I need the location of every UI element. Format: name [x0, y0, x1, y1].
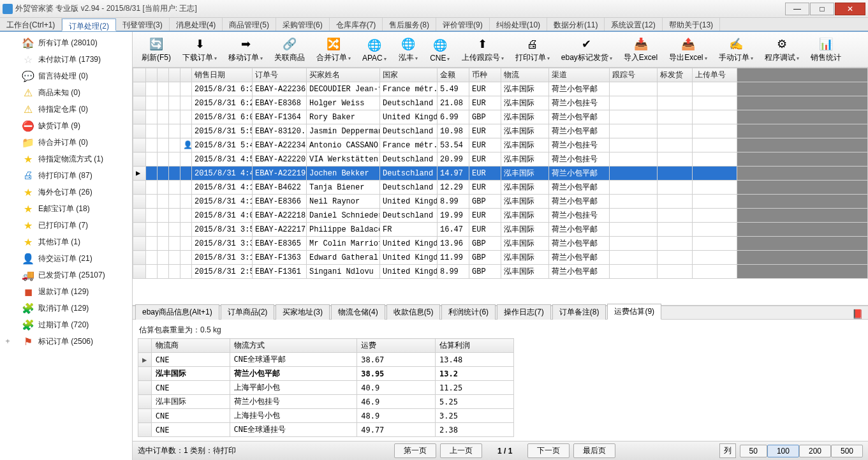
order-row[interactable]: 2015/8/31 3:18EBAY-F1363Edward GatheralU…	[133, 251, 868, 265]
order-row[interactable]: 2015/8/31 4:00EBAY-A22218Daniel Schniede…	[133, 209, 868, 223]
detail-tab[interactable]: 收款信息(5)	[386, 304, 441, 320]
status-col-header[interactable]	[146, 68, 158, 82]
shipping-option-row[interactable]: ▶CNECNE全球通平邮38.6713.48	[138, 353, 514, 367]
sidebar-item[interactable]: 🧩取消订单 (129)	[0, 300, 132, 316]
detail-tab[interactable]: 运费估算(9)	[607, 304, 661, 320]
toolbar-button[interactable]: ✔ebay标记发货▾	[556, 34, 617, 64]
status-col-header[interactable]	[169, 68, 180, 82]
detail-column-header[interactable]: 物流商	[151, 339, 230, 353]
order-row[interactable]: 2015/8/31 5:59EBAY-83120..Jasmin Depperm…	[133, 124, 868, 138]
toolbar-button[interactable]: 🔀合并订单▾	[311, 34, 356, 64]
help-icon[interactable]: 📕	[852, 309, 863, 319]
sidebar-item[interactable]: ⚠商品未知 (0)	[0, 84, 132, 101]
detail-tab[interactable]: 订单备注(8)	[552, 304, 607, 320]
main-tab[interactable]: 采购管理(6)	[276, 18, 330, 31]
shipping-option-row[interactable]: 泓丰国际荷兰小包挂号46.95.25	[138, 395, 514, 409]
shipping-option-row[interactable]: CNE上海挂号小包48.93.25	[138, 409, 514, 423]
order-category-sidebar[interactable]: 🏠所有订单 (28010)☆未付款订单 (1739)💬留言待处理 (0)⚠商品未…	[0, 32, 133, 460]
toolbar-button[interactable]: 🌐泓丰▾	[393, 34, 423, 64]
main-tab[interactable]: 消息处理(4)	[170, 18, 223, 31]
toolbar-button[interactable]: ⬇下载订单▾	[177, 34, 222, 64]
order-grid[interactable]: 销售日期订单号买家姓名国家金额币种物流渠道跟踪号标发货上传单号2015/8/31…	[133, 68, 868, 279]
toolbar-button[interactable]: 🌐APAC▾	[357, 36, 392, 64]
main-tab[interactable]: 数据分析(11)	[547, 18, 605, 31]
shipping-option-row[interactable]: 泓丰国际荷兰小包平邮38.9513.2	[138, 367, 514, 381]
main-tab[interactable]: 评价管理(9)	[436, 18, 490, 31]
sidebar-item[interactable]: +⚑标记订单 (2506)	[0, 333, 132, 350]
toolbar-button[interactable]: ⚙程序调试▾	[760, 34, 804, 64]
toolbar-button[interactable]: 📤导出Excel▾	[664, 34, 712, 64]
detail-tab[interactable]: 订单商品(2)	[221, 304, 275, 320]
grid-column-header[interactable]: 渠道	[549, 68, 610, 82]
order-row[interactable]: 👤2015/8/31 5:47EBAY-A22234Antonio CASSAN…	[133, 138, 868, 152]
main-tab[interactable]: 仓库库存(7)	[330, 18, 383, 31]
grid-column-header[interactable]: 金额	[438, 68, 469, 82]
sidebar-item[interactable]: 💬留言待处理 (0)	[0, 68, 132, 84]
status-col-header[interactable]	[180, 68, 192, 82]
order-row[interactable]: 2015/8/31 4:53EBAY-A22220VIA Werkstätten…	[133, 152, 868, 167]
order-row[interactable]: 2015/8/31 4:11EBAY-E8366Neil RaynorUnite…	[133, 195, 868, 209]
sidebar-item[interactable]: ★海外仓订单 (26)	[0, 184, 132, 200]
sidebar-item[interactable]: ⚠待指定仓库 (0)	[0, 101, 132, 117]
grid-column-header[interactable]: 国家	[380, 68, 438, 82]
toolbar-button[interactable]: 🖨打印订单▾	[510, 34, 555, 64]
toolbar-button[interactable]: 📊销售统计	[805, 34, 846, 64]
shipping-estimate-grid[interactable]: 物流商物流方式运费估算利润▶CNECNE全球通平邮38.6713.48泓丰国际荷…	[138, 338, 514, 437]
order-grid-container[interactable]: 销售日期订单号买家姓名国家金额币种物流渠道跟踪号标发货上传单号2015/8/31…	[133, 68, 868, 306]
next-page-button[interactable]: 下一页	[527, 443, 570, 458]
toolbar-button[interactable]: 📥导入Excel	[619, 34, 663, 64]
main-tab[interactable]: 工作台(Ctrl+1)	[0, 18, 62, 31]
sidebar-item[interactable]: ★待指定物流方式 (1)	[0, 151, 132, 167]
detail-tab[interactable]: 买家地址(3)	[276, 304, 330, 320]
prev-page-button[interactable]: 上一页	[440, 443, 482, 458]
sidebar-item[interactable]: 🚚已发货订单 (25107)	[0, 267, 132, 283]
grid-column-header[interactable]: 上传单号	[693, 68, 737, 82]
sidebar-item[interactable]: 🖨待打印订单 (87)	[0, 167, 132, 184]
pagesize-button[interactable]: 200	[799, 445, 831, 457]
order-row[interactable]: 2015/8/31 6:08EBAY-F1364Rory BakerUnited…	[133, 110, 868, 124]
main-tab[interactable]: 售后服务(8)	[383, 18, 436, 31]
main-tab[interactable]: 订单处理(2)	[62, 19, 116, 31]
grid-column-header[interactable]: 订单号	[253, 68, 307, 82]
detail-column-header[interactable]: 运费	[357, 339, 436, 353]
detail-tab[interactable]: 物流仓储(4)	[331, 304, 385, 320]
maximize-button[interactable]: □	[810, 3, 834, 15]
sidebar-item[interactable]: 👤待交运订单 (21)	[0, 250, 132, 267]
toolbar-button[interactable]: ⬆上传跟踪号▾	[457, 34, 509, 64]
grid-column-header[interactable]: 币种	[469, 68, 501, 82]
minimize-button[interactable]: —	[785, 3, 809, 15]
expand-icon[interactable]: +	[4, 337, 11, 346]
order-row[interactable]: 2015/8/31 3:30EBAY-E8365Mr Colin Marriot…	[133, 237, 868, 251]
toolbar-button[interactable]: 🔗关联商品	[269, 34, 310, 64]
order-row[interactable]: 2015/8/31 2:55EBAY-F1361Singani NdlovuUn…	[133, 265, 868, 279]
main-tab[interactable]: 帮助关于(13)	[663, 18, 720, 31]
sidebar-item[interactable]: 🧩过期订单 (720)	[0, 316, 132, 333]
main-tab[interactable]: 系统设置(12)	[605, 18, 662, 31]
sidebar-item[interactable]: ◼退款订单 (129)	[0, 283, 132, 300]
order-row[interactable]: 2015/8/31 3:53EBAY-A22217Philippe Baldac…	[133, 223, 868, 237]
sidebar-item[interactable]: ☆未付款订单 (1739)	[0, 51, 132, 68]
toolbar-button[interactable]: 🔄刷新(F5)	[136, 34, 176, 64]
shipping-option-row[interactable]: CNECNE全球通挂号49.772.38	[138, 423, 514, 437]
sidebar-item[interactable]: ★E邮宝订单 (18)	[0, 200, 132, 217]
sidebar-item[interactable]: 📁待合并订单 (0)	[0, 134, 132, 151]
toolbar-button[interactable]: ➡移动订单▾	[223, 34, 268, 64]
main-tab[interactable]: 刊登管理(3)	[116, 18, 170, 31]
order-row[interactable]: 2015/8/31 6:28EBAY-E8368Holger WeissDeut…	[133, 96, 868, 110]
main-tab[interactable]: 商品管理(5)	[223, 18, 276, 31]
grid-column-header[interactable]: 买家姓名	[307, 68, 380, 82]
last-page-button[interactable]: 最后页	[573, 443, 615, 458]
first-page-button[interactable]: 第一页	[394, 443, 436, 458]
detail-tab[interactable]: 操作日志(7)	[497, 304, 551, 320]
order-row[interactable]: 2015/8/31 6:37EBAY-A22236DECOUDIER Jean-…	[133, 82, 868, 96]
detail-tab[interactable]: 利润统计(6)	[441, 304, 496, 320]
detail-tab[interactable]: ebay商品信息(Alt+1)	[135, 304, 219, 320]
detail-column-header[interactable]: 物流方式	[230, 339, 357, 353]
main-tab[interactable]: 纠纷处理(10)	[490, 18, 547, 31]
grid-column-header[interactable]: 标发货	[658, 68, 693, 82]
shipping-option-row[interactable]: CNE上海平邮小包40.911.25	[138, 381, 514, 395]
order-row[interactable]: 2015/8/31 4:16EBAY-B4622Tanja BienerDeut…	[133, 181, 868, 195]
toolbar-button[interactable]: ✍手动订单▾	[714, 34, 758, 64]
grid-column-header[interactable]: 物流	[501, 68, 549, 82]
grid-column-header[interactable]: 销售日期	[192, 68, 253, 82]
